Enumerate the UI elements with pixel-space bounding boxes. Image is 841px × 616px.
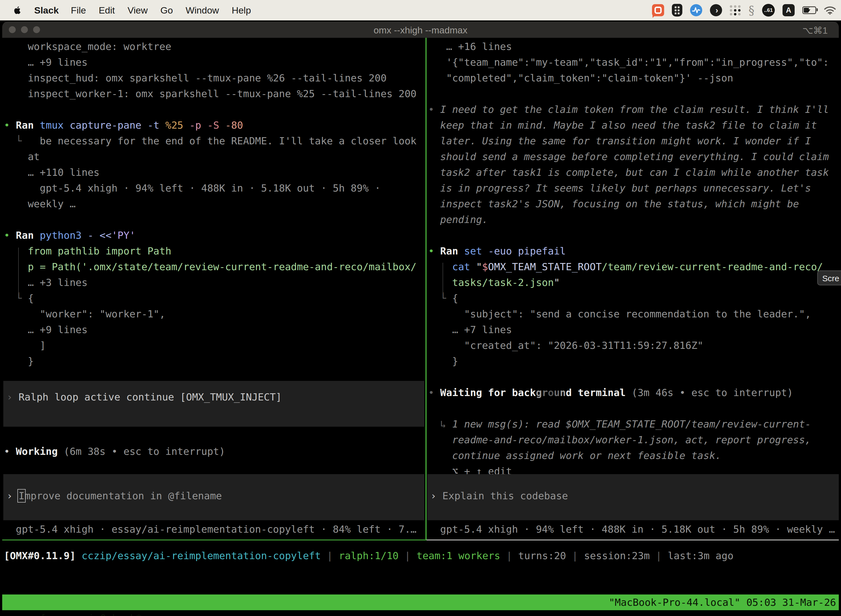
text-segment: { <box>452 293 458 304</box>
text-segment: ↳ <box>428 418 452 430</box>
text-segment: • <box>4 119 16 131</box>
text-segment: last:3m ago <box>668 550 733 561</box>
terminal-row: cat "$OMX_TEAM_STATE_ROOT/team/review-cu… <box>428 259 839 274</box>
text-segment: /team/review-current-readme-and-reco/ <box>602 261 823 273</box>
terminal-row: '{"team_name":"my-team","task_id":"1","f… <box>428 54 839 70</box>
crescent-menu-icon[interactable]: › <box>710 4 722 16</box>
grid-dots-icon[interactable] <box>730 5 741 15</box>
text-segment: capture-pane <box>70 119 147 131</box>
terminal-row: inspect_hud: omx sparkshell --tmux-pane … <box>4 70 425 86</box>
menu-items: FileEditViewGoWindowHelp <box>71 5 251 16</box>
text-segment: inspect_worker-1: omx sparkshell --tmux-… <box>4 88 417 99</box>
menu-item-edit[interactable]: Edit <box>99 5 115 16</box>
text-segment <box>76 550 82 561</box>
right-prompt-text: › Explain this codebase <box>431 488 839 504</box>
terminal-row: inspect_worker-1: omx sparkshell --tmux-… <box>4 86 425 101</box>
text-segment: from pathlib import Path <box>4 245 171 257</box>
text-segment: Working <box>16 446 63 457</box>
text-segment: - <box>88 230 99 241</box>
text-segment: 'PY' <box>111 230 135 241</box>
text-segment: g <box>536 387 542 398</box>
terminal-row: • Ran tmux capture-pane -t %25 -p -S -80 <box>4 117 425 133</box>
text-segment: inspect task2's JSON, focusing on the st… <box>428 198 799 210</box>
text-segment: gpt-5.4 xhigh · 94% left · 488K in · 5.1… <box>428 524 835 535</box>
terminal-row: … +16 lines <box>428 39 839 54</box>
text-segment: should send a message before completing … <box>428 151 829 162</box>
menu-item-file[interactable]: File <box>71 5 86 16</box>
inject-banner: › Ralph loop active continue [OMX_TMUX_I… <box>3 381 424 427</box>
terminal-row <box>428 369 839 385</box>
count-badge-icon[interactable]: ..61 <box>762 4 775 16</box>
text-segment: tasks/task-2.json <box>452 277 554 288</box>
terminal-row: • Waiting for background terminal (3m 46… <box>428 385 839 400</box>
text-segment: set <box>464 245 488 257</box>
terminal-row: … +9 lines <box>4 322 425 337</box>
right-prompt-input[interactable]: › Explain this codebase <box>427 474 839 520</box>
tmux-session-window: [omx-cczip0:bash* <box>40 612 142 616</box>
left-prompt-input[interactable]: › Improve documentation in @filename <box>3 474 424 520</box>
activity-badge-icon[interactable] <box>690 4 702 16</box>
text-segment: … +16 lines <box>428 41 512 52</box>
text-segment: (6m 38s • esc to interrupt) <box>64 446 225 457</box>
apple-menu-icon[interactable] <box>13 5 22 16</box>
text-segment: ] <box>4 340 46 351</box>
text-segment: at <box>4 151 40 162</box>
text-segment: … +9 lines <box>4 57 88 68</box>
omx-status-line: [OMX#0.11.9] cczip/essay/ai-reimplementa… <box>4 548 733 563</box>
text-segment <box>428 277 452 288</box>
terminal-row: keep that in mind. Maybe I also need the… <box>428 117 839 133</box>
text-segment <box>4 293 16 304</box>
shield-grid-icon[interactable] <box>672 4 682 16</box>
text-segment: readme-and-reco/mailbox/worker-1.json, a… <box>428 434 811 446</box>
terminal-row: └ { <box>4 290 425 306</box>
right-pane: … +16 lines '{"team_name":"my-team","tas… <box>428 39 839 497</box>
text-segment: | <box>321 550 339 561</box>
menu-item-go[interactable]: Go <box>160 5 173 16</box>
terminal-row: } <box>4 353 425 369</box>
menu-bar: Slack FileEditViewGoWindowHelp › § ..61 … <box>0 0 841 21</box>
window-title: omx --xhigh --madmax <box>2 25 839 35</box>
pane-border-right <box>426 540 839 540</box>
text-segment: • <box>428 104 440 115</box>
working-status: • Working (6m 38s • esc to interrupt) <box>4 443 225 459</box>
screen-tooltip: Scre <box>817 270 841 285</box>
text-segment: be necessary for the end of the README. … <box>22 135 416 147</box>
terminal-row: should send a message before completing … <box>428 149 839 164</box>
terminal-content: workspace_mode: worktree … +9 lines insp… <box>2 38 839 616</box>
terminal-row: weekly … <box>4 196 425 212</box>
terminal-row: … +7 lines <box>428 322 839 337</box>
terminal-row: inspect task2's JSON, focusing on the st… <box>428 196 839 212</box>
pane-divider <box>425 38 426 540</box>
text-segment: "created_at": "2026-03-31T11:59:27.816Z" <box>428 340 703 351</box>
terminal-row: • Ran python3 - <<'PY' <box>4 227 425 243</box>
text-segment: └ <box>16 293 28 304</box>
menu-item-view[interactable]: View <box>127 5 148 16</box>
text-segment: d terminal <box>566 387 631 398</box>
terminal-row <box>428 400 839 416</box>
menu-item-help[interactable]: Help <box>232 5 251 16</box>
text-segment: turns:20 <box>518 550 566 561</box>
terminal-row: └ { <box>428 290 839 306</box>
slack-notification-icon[interactable] <box>652 4 664 16</box>
text-segment: Ran <box>16 230 40 241</box>
terminal-row <box>428 227 839 243</box>
menu-item-window[interactable]: Window <box>186 5 219 16</box>
text-segment: n <box>560 387 566 398</box>
window-shortcut-hint: ⌥⌘1 <box>802 25 828 36</box>
app-menu-slack[interactable]: Slack <box>34 5 59 16</box>
terminal-row: task2 after task1 is complete, but can I… <box>428 164 839 180</box>
text-segment: I need to get the claim token from the c… <box>440 104 829 115</box>
indent-guide-icon <box>18 248 19 294</box>
keyboard-layout-icon[interactable]: A <box>782 4 795 16</box>
squiggle-icon[interactable]: § <box>749 4 755 17</box>
terminal-row: at <box>4 149 425 164</box>
text-segment: … +3 lines <box>4 277 88 288</box>
terminal-row: workspace_mode: worktree <box>4 39 425 54</box>
text-segment: '{"team_name":"my-team","task_id":"1","f… <box>428 57 829 68</box>
terminal-row: … +3 lines <box>4 274 425 290</box>
wifi-icon[interactable] <box>824 6 836 15</box>
text-segment: python3 <box>40 230 88 241</box>
text-segment: $ <box>482 261 488 273</box>
text-segment <box>428 261 452 273</box>
battery-icon[interactable] <box>802 6 816 14</box>
